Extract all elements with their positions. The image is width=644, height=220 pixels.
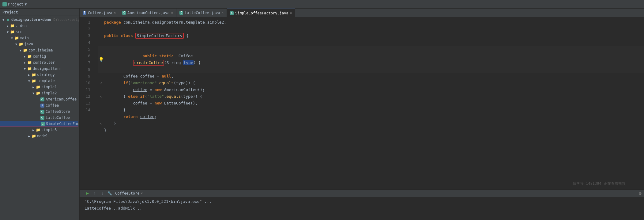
tree-item-model[interactable]: ▶ 📁 model bbox=[0, 133, 79, 139]
run-wrench-button[interactable]: 🔧 bbox=[107, 190, 113, 196]
run-line-text-1: C:\Program Files\Java\jdk1.8.0_321\bin\j… bbox=[87, 199, 200, 204]
folder-icon-idea: 📁 bbox=[10, 24, 15, 28]
tree-label-coffee: Coffee bbox=[46, 103, 59, 108]
tab-close-american[interactable]: ✕ bbox=[171, 11, 173, 15]
tree-label-designpattern: designpattern bbox=[33, 66, 62, 71]
tree-item-designpattern[interactable]: ▼ 📁 designpattern bbox=[0, 66, 79, 72]
tree-label-american-coffee: AmericanCoffee bbox=[46, 97, 77, 101]
tree-arrow-java[interactable]: ▼ bbox=[14, 43, 18, 46]
tab-close-latte[interactable]: ✕ bbox=[222, 11, 224, 15]
tab-close-factory[interactable]: ✕ bbox=[290, 11, 292, 15]
tree-arrow-config[interactable]: ▶ bbox=[23, 55, 27, 58]
line-text-9: } else if("latte".equals(type)) { bbox=[104, 93, 202, 100]
class-icon-simple-coffee-factory: C bbox=[40, 122, 45, 126]
sidebar: Project ▼ ◼ designpattern-demo D:\code\d… bbox=[0, 9, 80, 220]
code-content: package com.itheima.designpattern.templa… bbox=[93, 17, 644, 189]
tree-item-latte-coffee[interactable]: C LatteCoffee bbox=[0, 115, 79, 121]
run-tab-coffeestore[interactable]: CoffeeStore ✕ bbox=[115, 191, 143, 195]
run-line-1: "C:\Program Files\Java\jdk1.8.0_321\bin\… bbox=[85, 198, 639, 205]
gutter-9: ◁ bbox=[98, 93, 104, 100]
folder-icon-simple3: 📁 bbox=[36, 128, 40, 132]
tree-arrow-simple1[interactable]: ▶ bbox=[31, 85, 36, 89]
tab-coffee[interactable]: I Coffee.java ✕ bbox=[80, 9, 119, 17]
project-icon bbox=[2, 2, 7, 6]
code-line-7: ◁ if("americano".equals(type)) { bbox=[98, 80, 644, 86]
project-folder-icon: ◼ bbox=[6, 17, 10, 22]
tab-icon-latte: C bbox=[179, 11, 183, 15]
line-text-11: } bbox=[104, 107, 126, 113]
tree-arrow-template[interactable]: ▼ bbox=[27, 79, 31, 83]
tab-label-coffee: Coffee.java bbox=[88, 11, 112, 15]
tree-item-simple2[interactable]: ▼ 📁 simple2 bbox=[0, 90, 79, 96]
tree-arrow-src[interactable]: ▼ bbox=[6, 30, 10, 34]
tree-item-idea[interactable]: ▶ 📁 .idea bbox=[0, 23, 79, 29]
tree-label-config: config bbox=[33, 54, 46, 59]
tree-arrow-model[interactable]: ▶ bbox=[27, 135, 31, 138]
tree-label-template: template bbox=[37, 79, 55, 83]
gutter-5[interactable]: 💡 bbox=[98, 56, 104, 63]
tree-label-simple1: simple1 bbox=[41, 85, 57, 89]
line-text-5: public static Coffee createCoffee(String… bbox=[104, 46, 201, 73]
tree-item-src[interactable]: ▼ 📁 src bbox=[0, 29, 79, 35]
code-line-2 bbox=[98, 26, 644, 32]
tabs-bar: I Coffee.java ✕ C AmericanCoffee.java ✕ … bbox=[80, 9, 644, 17]
tree-arrow-strategy[interactable]: ▶ bbox=[27, 73, 31, 77]
tree-item-simple-coffee-factory[interactable]: C SimpleCoffeeFactory bbox=[0, 121, 78, 127]
tree-item-main[interactable]: ▼ 📁 main bbox=[0, 35, 79, 41]
tree-arrow-simple3[interactable]: ▶ bbox=[31, 128, 36, 132]
tree-item-strategy[interactable]: ▶ 📁 strategy bbox=[0, 72, 79, 78]
line-text-12: return coffee; bbox=[104, 113, 157, 120]
run-tab-close[interactable]: ✕ bbox=[141, 191, 143, 195]
tree-item-java[interactable]: ▼ 📁 java bbox=[0, 41, 79, 47]
tree-arrow-root[interactable]: ▼ bbox=[1, 18, 6, 21]
run-up-button[interactable]: ↑ bbox=[92, 190, 98, 196]
tree-item-config[interactable]: ▶ 📁 config bbox=[0, 53, 79, 59]
tab-simple-coffee-factory[interactable]: C SimpleCoffeeFactory.java ✕ bbox=[227, 9, 295, 17]
line-numbers: 1 2 3 4 5 6 7 8 9 10 11 12 13 14 bbox=[80, 17, 93, 189]
tab-close-coffee[interactable]: ✕ bbox=[114, 11, 116, 15]
tree-item-controller[interactable]: ▶ 📁 controller bbox=[0, 59, 79, 66]
tree-item-simple1[interactable]: ▶ 📁 simple1 bbox=[0, 84, 79, 90]
folder-icon-template: 📁 bbox=[31, 79, 36, 83]
tree-item-coffee-store[interactable]: C CoffeeStore bbox=[0, 108, 79, 115]
run-panel-header: ▶ ↑ ↓ 🔧 CoffeeStore ✕ ⚙ bbox=[80, 190, 644, 197]
tree-arrow-designpattern[interactable]: ▼ bbox=[23, 67, 27, 70]
folder-icon-controller: 📁 bbox=[27, 60, 32, 65]
folder-icon-designpattern: 📁 bbox=[27, 66, 32, 71]
settings-icon[interactable]: ⚙ bbox=[639, 191, 642, 196]
tree-label-root: designpattern-demo D:\code\designpattern… bbox=[11, 17, 79, 22]
line-text-13: } bbox=[104, 120, 116, 127]
line-text-6: Coffee coffee = null; bbox=[104, 73, 174, 80]
folder-icon-simple2: 📁 bbox=[36, 91, 40, 95]
tab-latte-coffee[interactable]: C LatteCoffee.java ✕ bbox=[176, 9, 227, 17]
run-tab-label: CoffeeStore bbox=[115, 191, 139, 195]
code-line-14: } bbox=[98, 127, 644, 134]
dropdown-arrow[interactable]: ▼ bbox=[25, 2, 27, 6]
tab-american-coffee[interactable]: C AmericanCoffee.java ✕ bbox=[119, 9, 176, 17]
tree-item-com-itheima[interactable]: ▼ 📁 com.itheima bbox=[0, 47, 79, 53]
sidebar-header: Project bbox=[0, 9, 79, 16]
tree-arrow-simple2[interactable]: ▼ bbox=[31, 92, 36, 95]
run-play-button[interactable]: ▶ bbox=[85, 190, 91, 196]
tree-item-coffee[interactable]: I Coffee bbox=[0, 102, 79, 108]
code-line-1: package com.itheima.designpattern.templa… bbox=[98, 19, 644, 26]
tree-arrow-idea[interactable]: ▶ bbox=[6, 24, 10, 28]
tree-item-american-coffee[interactable]: C AmericanCoffee bbox=[0, 96, 79, 102]
tree-item-root[interactable]: ▼ ◼ designpattern-demo D:\code\designpat… bbox=[0, 17, 79, 23]
tree-label-com-itheima: com.itheima bbox=[28, 48, 53, 52]
code-line-13: ◁ } bbox=[98, 120, 644, 127]
tree-arrow-com-itheima[interactable]: ▼ bbox=[18, 49, 23, 52]
tree-item-template[interactable]: ▼ 📁 template bbox=[0, 78, 79, 84]
tree-arrow-main[interactable]: ▼ bbox=[10, 36, 14, 40]
line-text-10: coffee = new LatteCoffee(); bbox=[104, 100, 198, 107]
run-down-button[interactable]: ↓ bbox=[99, 190, 105, 196]
tree-item-simple3[interactable]: ▶ 📁 simple3 bbox=[0, 127, 79, 133]
code-line-11: } bbox=[98, 107, 644, 113]
code-line-10: coffee = new LatteCoffee(); bbox=[98, 100, 644, 107]
class-icon-american-coffee: C bbox=[40, 97, 45, 101]
tree-label-simple2: simple2 bbox=[41, 91, 57, 95]
code-editor: 1 2 3 4 5 6 7 8 9 10 11 12 13 14 package bbox=[80, 17, 644, 189]
line-text-3: public class SimpleCoffeeFactory { bbox=[104, 32, 189, 39]
tree-label-simple-coffee-factory: SimpleCoffeeFactory bbox=[46, 122, 79, 126]
tree-arrow-controller[interactable]: ▶ bbox=[23, 61, 27, 64]
